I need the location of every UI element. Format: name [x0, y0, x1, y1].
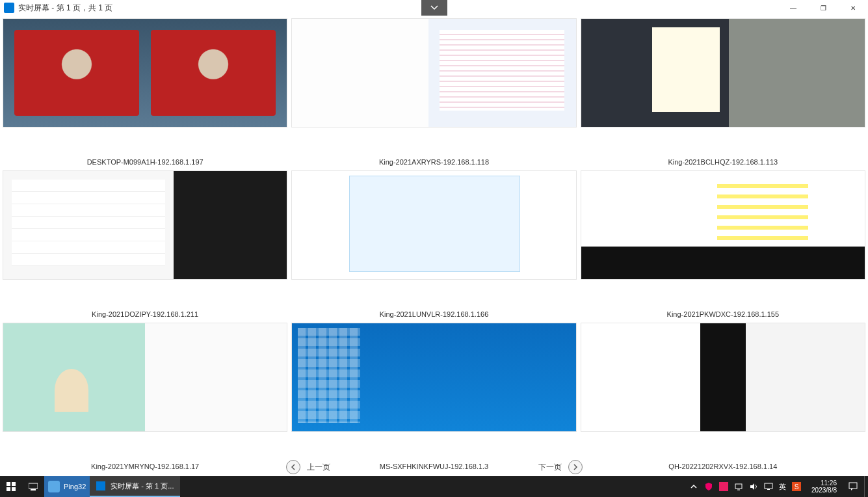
screen-cell: King-2021YMRYNQ-192.168.1.17	[3, 323, 287, 472]
task-view-button[interactable]	[22, 476, 44, 497]
arrow-right-icon	[568, 460, 583, 474]
prev-page-label: 上一页	[307, 462, 330, 473]
taskbar-app-label: Ping32	[64, 483, 86, 490]
show-desktop-button[interactable]	[864, 476, 868, 497]
tray-volume-icon[interactable]	[749, 482, 758, 491]
tray-chevron-up-icon[interactable]	[689, 482, 698, 491]
svg-rect-5	[31, 489, 36, 490]
tray-app-icon[interactable]	[719, 482, 728, 491]
taskbar-app-ping32[interactable]: Ping32	[44, 476, 90, 497]
chevron-down-icon	[430, 4, 438, 12]
svg-rect-3	[12, 487, 16, 491]
dropdown-tab[interactable]	[421, 0, 447, 16]
taskbar-time: 11:26	[811, 479, 837, 487]
minimize-button[interactable]: —	[778, 0, 808, 16]
close-button[interactable]: ✕	[838, 0, 868, 16]
svg-rect-4	[29, 483, 38, 489]
svg-rect-0	[7, 482, 10, 486]
titlebar: 实时屏幕 - 第 1 页，共 1 页 — ❐ ✕	[0, 0, 868, 16]
next-page-label: 下一页	[538, 462, 562, 473]
maximize-button[interactable]: ❐	[808, 0, 838, 16]
screen-label: King-2021PKWDXC-192.168.1.155	[667, 310, 779, 318]
svg-rect-7	[735, 484, 742, 489]
svg-rect-8	[765, 483, 772, 489]
tray-display-icon[interactable]	[764, 482, 773, 491]
svg-rect-2	[7, 487, 10, 491]
tray-ime-indicator[interactable]: 英	[779, 482, 786, 492]
screen-thumbnail[interactable]	[3, 18, 287, 128]
screen-thumbnail[interactable]	[291, 18, 576, 128]
svg-rect-6	[719, 482, 728, 491]
screen-cell: King-2021DOZIPY-192.168.1.211	[3, 170, 287, 320]
taskbar-app-label: 实时屏幕 - 第 1 页...	[111, 481, 174, 491]
system-tray: 英 S	[684, 482, 806, 492]
screen-thumbnail[interactable]	[581, 323, 865, 432]
screen-cell: King-2021PKWDXC-192.168.1.155	[581, 170, 865, 320]
screen-cell: King-2021LUNVLR-192.168.1.166	[291, 170, 576, 320]
screen-label: King-2021DOZIPY-192.168.1.211	[92, 310, 198, 318]
tray-shield-icon[interactable]	[704, 482, 713, 491]
arrow-left-icon	[286, 460, 300, 474]
tray-network-icon[interactable]	[734, 482, 743, 491]
screen-cell: King-2021AXRYRS-192.168.1.118	[291, 18, 576, 168]
screens-grid: DESKTOP-M099A1H-192.168.1.197 King-2021A…	[0, 16, 868, 475]
prev-page-button[interactable]: 上一页	[286, 460, 330, 474]
ping32-icon	[48, 481, 60, 492]
app-icon	[4, 3, 14, 13]
screen-thumbnail[interactable]	[581, 170, 865, 280]
taskbar-date: 2023/8/8	[811, 487, 837, 494]
taskbar: Ping32 实时屏幕 - 第 1 页... 英 S 11:26 2023/8/…	[0, 476, 868, 497]
screen-cell: QH-20221202RXVX-192.168.1.14	[581, 323, 865, 472]
realtime-screen-icon	[96, 481, 105, 490]
screen-label: King-2021BCLHQZ-192.168.1.113	[668, 158, 778, 166]
svg-text:S: S	[795, 483, 799, 490]
screen-thumbnail[interactable]	[3, 323, 287, 432]
window-controls: — ❐ ✕	[778, 0, 868, 16]
screen-cell: DESKTOP-M099A1H-192.168.1.197	[3, 18, 287, 168]
next-page-button[interactable]: 下一页	[538, 460, 583, 474]
screen-cell: King-2021BCLHQZ-192.168.1.113	[581, 18, 865, 168]
taskbar-clock[interactable]: 11:26 2023/8/8	[806, 479, 842, 494]
notifications-icon	[848, 482, 858, 491]
tray-sogou-icon[interactable]: S	[792, 482, 801, 491]
task-view-icon	[29, 482, 38, 491]
taskbar-app-realtime-screen[interactable]: 实时屏幕 - 第 1 页...	[90, 476, 180, 497]
screen-label: DESKTOP-M099A1H-192.168.1.197	[87, 158, 204, 166]
windows-icon	[7, 482, 16, 491]
svg-rect-1	[12, 482, 16, 486]
screen-label: King-2021LUNVLR-192.168.1.166	[380, 310, 489, 318]
svg-rect-9	[767, 489, 770, 490]
screen-thumbnail[interactable]	[291, 323, 576, 432]
svg-rect-12	[849, 483, 857, 489]
pager: 上一页 下一页	[0, 459, 868, 475]
screen-thumbnail[interactable]	[3, 170, 287, 280]
screen-thumbnail[interactable]	[581, 18, 865, 128]
screen-label: King-2021AXRYRS-192.168.1.118	[379, 158, 489, 166]
notifications-button[interactable]	[842, 476, 864, 497]
start-button[interactable]	[0, 476, 22, 497]
window-title: 实时屏幕 - 第 1 页，共 1 页	[18, 3, 112, 14]
screen-thumbnail[interactable]	[291, 170, 576, 280]
screen-cell: MS-SXFHKINKFWUJ-192.168.1.3	[291, 323, 576, 472]
